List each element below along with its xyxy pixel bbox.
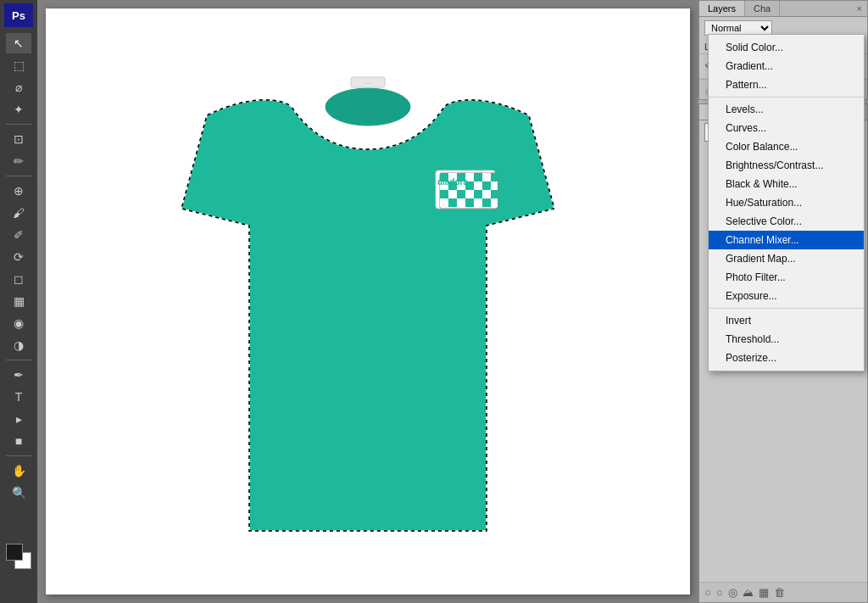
svg-rect-19 <box>457 190 465 198</box>
menu-item-selective-color---[interactable]: Selective Color... <box>709 212 864 231</box>
menu-item-posterize---[interactable]: Posterize... <box>709 349 864 367</box>
tshirt-svg: diadora ···· <box>181 39 554 565</box>
magic-wand-tool[interactable]: ✦ <box>6 99 31 120</box>
svg-rect-20 <box>465 190 474 198</box>
hand-tool[interactable]: ✋ <box>6 461 31 481</box>
new-path-button[interactable]: ▦ <box>759 586 769 599</box>
svg-rect-7 <box>474 173 482 181</box>
menu-separator-2 <box>709 97 864 98</box>
panel-tabs: Layers Cha × <box>699 1 867 17</box>
separator-3 <box>6 360 31 360</box>
lasso-tool[interactable]: ⌀ <box>6 77 31 98</box>
svg-rect-9 <box>491 173 498 181</box>
svg-rect-27 <box>465 198 474 207</box>
layers-panel-close[interactable]: × <box>852 1 867 16</box>
svg-rect-24 <box>440 198 448 207</box>
color-swatches[interactable] <box>6 544 31 569</box>
svg-rect-15 <box>482 181 491 190</box>
gradient-tool[interactable]: ▦ <box>6 291 31 311</box>
tab-layers[interactable]: Layers <box>699 1 745 16</box>
foreground-color-swatch[interactable] <box>6 544 23 561</box>
separator-4 <box>6 455 31 456</box>
menu-item-black---white---[interactable]: Black & White... <box>709 175 864 193</box>
svg-point-0 <box>326 88 410 126</box>
menu-item-invert[interactable]: Invert <box>709 311 864 330</box>
separator-2 <box>6 176 31 176</box>
make-mask-button[interactable]: ⛰ <box>743 586 754 599</box>
svg-rect-26 <box>457 198 465 207</box>
svg-text:diadora: diadora <box>437 177 469 187</box>
fill-path-button[interactable]: ○ <box>704 586 711 599</box>
ps-logo: Ps <box>4 3 33 27</box>
svg-rect-25 <box>448 198 457 207</box>
menu-item-hue-saturation---[interactable]: Hue/Saturation... <box>709 193 864 212</box>
menu-item-solid-color---[interactable]: Solid Color... <box>709 38 864 57</box>
svg-rect-8 <box>482 173 491 181</box>
menu-item-exposure---[interactable]: Exposure... <box>709 287 864 305</box>
menu-item-threshold---[interactable]: Threshold... <box>709 330 864 349</box>
menu-item-gradient-map---[interactable]: Gradient Map... <box>709 249 864 268</box>
eraser-tool[interactable]: ◻ <box>6 269 31 289</box>
delete-path-button[interactable]: 🗑 <box>774 586 785 599</box>
toolbar: Ps ↖ ⬚ ⌀ ✦ ⊡ ✏ ⊕ 🖌 ✐ ⟳ ◻ ▦ ◉ ◑ ✒ T ▸ ■ ✋… <box>0 0 37 603</box>
path-selection-tool[interactable]: ▸ <box>6 409 31 429</box>
svg-rect-28 <box>474 198 482 207</box>
blur-tool[interactable]: ◉ <box>6 313 31 333</box>
menu-item-color-balance---[interactable]: Color Balance... <box>709 137 864 156</box>
load-path-button[interactable]: ◎ <box>728 586 737 599</box>
shape-tool[interactable]: ■ <box>6 431 31 451</box>
stroke-path-button[interactable]: ○ <box>716 586 723 599</box>
clone-stamp-tool[interactable]: ✐ <box>6 225 31 245</box>
menu-separator-13 <box>709 308 864 309</box>
menu-item-gradient---[interactable]: Gradient... <box>709 57 864 75</box>
separator-1 <box>6 124 31 125</box>
move-tool[interactable]: ↖ <box>6 33 31 53</box>
type-tool[interactable]: T <box>6 387 31 407</box>
eyedropper-tool[interactable]: ✏ <box>6 151 31 171</box>
brush-tool[interactable]: 🖌 <box>6 203 31 223</box>
tshirt-container: diadora ···· <box>181 39 554 565</box>
menu-item-curves---[interactable]: Curves... <box>709 119 864 137</box>
canvas-area: diadora ···· <box>37 0 698 603</box>
paths-bottom-bar: ○ ○ ◎ ⛰ ▦ 🗑 <box>699 582 867 602</box>
svg-rect-30 <box>491 198 498 207</box>
app-container: Ps ↖ ⬚ ⌀ ✦ ⊡ ✏ ⊕ 🖌 ✐ ⟳ ◻ ▦ ◉ ◑ ✒ T ▸ ■ ✋… <box>0 0 868 603</box>
svg-rect-23 <box>491 190 498 198</box>
pen-tool[interactable]: ✒ <box>6 365 31 385</box>
healing-tool[interactable]: ⊕ <box>6 181 31 201</box>
adjustment-dropdown-menu: Solid Color...Gradient...Pattern...Level… <box>708 34 865 371</box>
svg-rect-18 <box>448 190 457 198</box>
dodge-tool[interactable]: ◑ <box>6 335 31 355</box>
menu-item-pattern---[interactable]: Pattern... <box>709 75 864 94</box>
svg-rect-22 <box>482 190 491 198</box>
zoom-tool[interactable]: 🔍 <box>6 483 31 503</box>
svg-text:····: ···· <box>364 81 371 87</box>
svg-rect-14 <box>474 181 482 190</box>
menu-item-channel-mixer---[interactable]: Channel Mixer... <box>709 231 864 249</box>
tab-channels[interactable]: Cha <box>745 1 780 16</box>
svg-rect-29 <box>482 198 491 207</box>
marquee-tool[interactable]: ⬚ <box>6 55 31 75</box>
svg-rect-17 <box>440 190 448 198</box>
document: diadora ···· <box>46 8 690 595</box>
svg-rect-16 <box>491 181 498 190</box>
menu-item-photo-filter---[interactable]: Photo Filter... <box>709 268 864 287</box>
menu-item-levels---[interactable]: Levels... <box>709 100 864 119</box>
menu-item-brightness-contrast---[interactable]: Brightness/Contrast... <box>709 156 864 175</box>
svg-rect-21 <box>474 190 482 198</box>
crop-tool[interactable]: ⊡ <box>6 129 31 149</box>
history-brush-tool[interactable]: ⟳ <box>6 247 31 267</box>
